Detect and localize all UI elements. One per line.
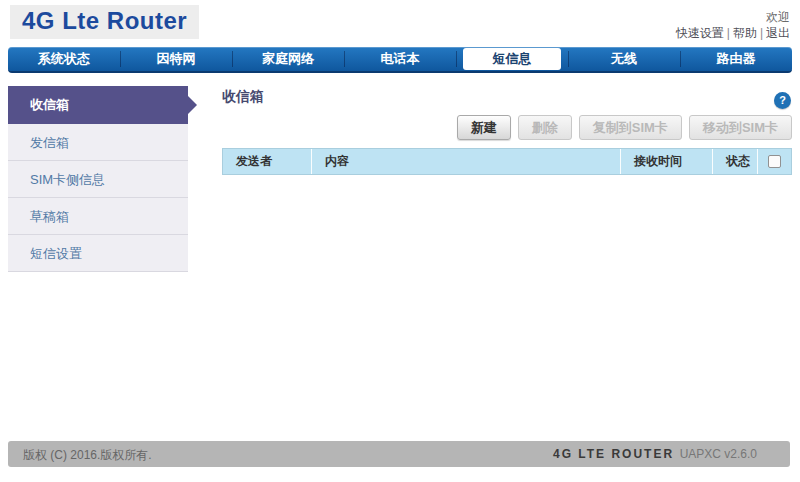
tab-wireless[interactable]: 无线 (568, 47, 680, 71)
column-header-checkbox (757, 149, 791, 174)
tab-sms[interactable]: 短信息 (456, 47, 568, 71)
top-right-area: 欢迎 快速设置|帮助|退出 (676, 9, 790, 41)
column-header-receive-time: 接收时间 (620, 149, 712, 174)
footer: 版权 (C) 2016.版权所有. 4G LTE ROUTER UAPXC v2… (8, 441, 790, 467)
sidebar-item-sms-settings[interactable]: 短信设置 (8, 235, 188, 272)
header: 4G Lte Router 欢迎 快速设置|帮助|退出 (8, 0, 792, 47)
new-button[interactable]: 新建 (457, 115, 511, 140)
copy-to-sim-button[interactable]: 复制到SIM卡 (579, 115, 682, 140)
delete-button[interactable]: 删除 (518, 115, 572, 140)
content-layout: 收信箱 发信箱 SIM卡侧信息 草稿箱 短信设置 收信箱 ? 新建 删除 复制到… (8, 86, 792, 272)
help-link[interactable]: 帮助 (733, 26, 757, 40)
copyright-text: 版权 (C) 2016.版权所有. (23, 447, 152, 464)
page-title: 收信箱 (222, 86, 792, 106)
sidebar-item-inbox[interactable]: 收信箱 (8, 86, 188, 124)
toolbar: 新建 删除 复制到SIM卡 移动到SIM卡 (222, 115, 792, 140)
link-separator: | (760, 26, 763, 40)
welcome-text: 欢迎 (676, 9, 790, 25)
tab-phonebook[interactable]: 电话本 (344, 47, 456, 71)
page: 4G Lte Router 欢迎 快速设置|帮助|退出 系统状态 因特网 家庭网… (0, 0, 800, 482)
sidebar-item-sim-messages[interactable]: SIM卡侧信息 (8, 161, 188, 198)
column-header-content: 内容 (311, 149, 620, 174)
column-header-status: 状态 (712, 149, 757, 174)
select-all-checkbox[interactable] (768, 155, 781, 168)
sidebar-item-drafts[interactable]: 草稿箱 (8, 198, 188, 235)
logo: 4G Lte Router (10, 5, 199, 39)
message-table: 发送者 内容 接收时间 状态 (222, 148, 792, 175)
sidebar: 收信箱 发信箱 SIM卡侧信息 草稿箱 短信设置 (8, 86, 188, 272)
link-separator: | (727, 26, 730, 40)
table-header-row: 发送者 内容 接收时间 状态 (223, 149, 791, 174)
main-nav: 系统状态 因特网 家庭网络 电话本 短信息 无线 路由器 (8, 47, 792, 73)
tab-router[interactable]: 路由器 (680, 47, 792, 71)
firmware-version: UAPXC v2.6.0 (680, 447, 757, 461)
quick-links: 快速设置|帮助|退出 (676, 25, 790, 41)
help-icon[interactable]: ? (774, 92, 791, 109)
tab-sms-active-pill: 短信息 (463, 48, 562, 70)
footer-brand: 4G LTE ROUTER (553, 447, 674, 461)
logout-link[interactable]: 退出 (766, 26, 790, 40)
tab-home-network[interactable]: 家庭网络 (232, 47, 344, 71)
column-header-sender: 发送者 (223, 149, 311, 174)
main-content: 收信箱 ? 新建 删除 复制到SIM卡 移动到SIM卡 发送者 内容 接收时间 … (222, 86, 792, 272)
tab-system-status[interactable]: 系统状态 (8, 47, 120, 71)
tab-internet[interactable]: 因特网 (120, 47, 232, 71)
sidebar-item-outbox[interactable]: 发信箱 (8, 124, 188, 161)
quick-setup-link[interactable]: 快速设置 (676, 26, 724, 40)
move-to-sim-button[interactable]: 移动到SIM卡 (689, 115, 792, 140)
